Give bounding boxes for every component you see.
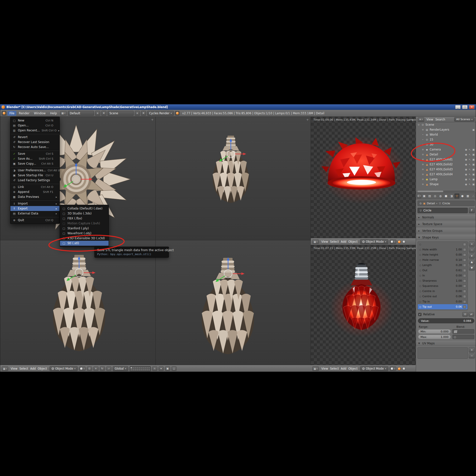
- shape-key-value[interactable]: 1.00: [452, 248, 462, 251]
- outliner-item-label[interactable]: World: [430, 133, 475, 136]
- renderable-toggle-icon[interactable]: [472, 183, 475, 186]
- outliner-row[interactable]: ⊕ ◉ Lamp: [416, 177, 476, 182]
- properties-tab-icon[interactable]: ▣: [422, 194, 427, 199]
- outliner-row[interactable]: • ◍ World: [416, 132, 476, 137]
- file-menu-item[interactable]: ⊕ Append Shift F1: [10, 189, 60, 194]
- outliner-display-filter[interactable]: All Scenes: [454, 117, 475, 121]
- move-up-button[interactable]: ▲: [469, 259, 475, 265]
- add-layout-button[interactable]: +: [95, 111, 100, 116]
- screen-layout-icon[interactable]: ▦: [60, 111, 67, 116]
- properties-tab-icon[interactable]: ◨: [449, 194, 454, 199]
- properties-tab-icon[interactable]: ▦: [465, 194, 470, 199]
- file-menu-item[interactable]: ▢ New Ctrl N: [10, 118, 60, 123]
- file-menu-item[interactable]: ↻ Recover Auto Save...: [10, 145, 60, 149]
- expander-icon[interactable]: ⊕: [421, 168, 424, 171]
- expander-icon[interactable]: ⊕: [421, 153, 424, 156]
- viewport-shading-icon[interactable]: [79, 366, 86, 371]
- expander-icon[interactable]: ⊕: [421, 128, 424, 131]
- expander-icon[interactable]: •: [421, 138, 424, 141]
- manipulator-scale-icon[interactable]: ▱: [106, 366, 111, 371]
- viewport-menu[interactable]: Object: [37, 366, 48, 371]
- mute-checkbox[interactable]: [463, 285, 466, 288]
- menubar-item[interactable]: Help: [48, 111, 59, 116]
- shape-key-value[interactable]: 0.00: [452, 253, 462, 256]
- selectable-toggle-icon[interactable]: [468, 178, 471, 181]
- minimize-button[interactable]: _: [455, 105, 461, 109]
- mute-checkbox[interactable]: [463, 305, 466, 308]
- viewport-menu[interactable]: View: [10, 366, 18, 371]
- shape-key-row[interactable]: Hole narrow 0.10: [418, 257, 468, 263]
- viewport-menu[interactable]: Object: [347, 239, 358, 244]
- selectable-toggle-icon[interactable]: [468, 158, 471, 161]
- transform-gizmo[interactable]: [213, 137, 248, 171]
- editor-type-icon[interactable]: ▦: [312, 366, 319, 371]
- outliner-item-label[interactable]: Shape: [430, 182, 464, 186]
- renderable-toggle-icon[interactable]: [472, 128, 475, 131]
- mute-checkbox[interactable]: [463, 253, 466, 256]
- file-menu-item[interactable]: [10, 149, 60, 151]
- file-menu-item[interactable]: [10, 216, 60, 218]
- renderable-toggle-icon[interactable]: [472, 163, 475, 166]
- hide-toggle-icon[interactable]: [465, 148, 468, 151]
- expand-region-icon[interactable]: +: [411, 118, 414, 121]
- export-menu-item[interactable]: ▢ Stanford (.ply): [60, 226, 109, 231]
- transform-gizmo[interactable]: [60, 254, 98, 291]
- viewport-menu[interactable]: Add: [29, 366, 37, 371]
- outliner-item-label[interactable]: 30: [430, 143, 475, 146]
- shape-key-row[interactable]: In 0.00: [418, 273, 468, 278]
- menubar-item[interactable]: Render: [17, 111, 31, 116]
- outliner-item-label[interactable]: Camera: [430, 148, 464, 151]
- mode-select[interactable]: Object Mode: [360, 366, 388, 371]
- expand-region-icon[interactable]: +: [306, 118, 309, 121]
- expander-icon[interactable]: ⊕: [421, 148, 424, 151]
- renderable-toggle-icon[interactable]: [472, 158, 475, 161]
- mode-select[interactable]: Object Mode: [360, 239, 388, 244]
- outliner-row[interactable]: ⊕ ▲ Shape: [416, 182, 476, 187]
- shape-key-value[interactable]: 1.00: [452, 279, 462, 282]
- mute-checkbox[interactable]: [463, 269, 466, 272]
- remove-uv-map-button[interactable]: −: [469, 353, 475, 358]
- manipulator-translate-icon[interactable]: +: [93, 366, 98, 371]
- mute-checkbox[interactable]: [463, 290, 466, 293]
- file-menu-item[interactable]: ▣ Save Copy... Ctrl Alt S: [10, 161, 60, 166]
- expander-icon[interactable]: •: [421, 133, 424, 136]
- shape-key-value[interactable]: 0.10: [452, 258, 462, 262]
- viewport-menu[interactable]: Select: [18, 366, 29, 371]
- expander-icon[interactable]: ⊖: [417, 123, 420, 126]
- panel-vertex-groups[interactable]: ► Vertex Groups: [416, 228, 476, 233]
- fake-user-button[interactable]: F: [469, 208, 475, 213]
- shape-key-value-slider[interactable]: Value: 0.066: [418, 318, 474, 323]
- relative-checkbox[interactable]: [418, 313, 421, 316]
- outliner-row[interactable]: • ⊙ 15: [416, 137, 476, 142]
- file-menu-item[interactable]: ▣ Save Startup File Ctrl U: [10, 173, 60, 178]
- hide-toggle-icon[interactable]: [465, 178, 468, 181]
- hide-toggle-icon[interactable]: [465, 173, 468, 176]
- menubar-item[interactable]: Window: [32, 111, 48, 116]
- hide-toggle-icon[interactable]: [465, 158, 468, 161]
- file-menu-item[interactable]: ▤ Open... Ctrl O: [10, 123, 60, 128]
- file-menu-item[interactable]: ✓ Save Ctrl S: [10, 151, 60, 156]
- file-menu-item[interactable]: ↺ Recover Last Session: [10, 140, 60, 145]
- export-menu-item[interactable]: ▢ 3D Studio (.3ds): [60, 211, 109, 216]
- datablock-name-field[interactable]: ▽ Circle: [417, 208, 468, 213]
- file-menu-item[interactable]: [10, 199, 60, 201]
- scene-select[interactable]: Scene: [108, 111, 134, 116]
- mute-checkbox[interactable]: [463, 259, 466, 262]
- outliner-row[interactable]: ⊕ ▲ E27 400L\Solid1: [416, 157, 476, 162]
- outliner-row[interactable]: ⊕ ▤ RenderLayers: [416, 127, 476, 132]
- expander-icon[interactable]: ⊕: [421, 178, 424, 180]
- viewport-render-bottom[interactable]: Time:01:07.15 | Mem:135.33M, Peak:231.25…: [311, 245, 416, 365]
- manipulator-rotate-icon[interactable]: ↻: [100, 366, 105, 371]
- outliner-item-label[interactable]: E27 400L\Solid3: [430, 168, 464, 171]
- selectable-toggle-icon[interactable]: [468, 183, 471, 186]
- editor-type-icon[interactable]: ≡: [418, 117, 424, 122]
- viewport-menu[interactable]: Select: [329, 366, 340, 371]
- file-menu-item[interactable]: [10, 166, 60, 168]
- add-scene-button[interactable]: +: [135, 111, 140, 116]
- editor-type-icon[interactable]: ☰: [417, 194, 421, 198]
- file-menu-item[interactable]: ↺ Load Factory Settings: [10, 178, 60, 183]
- range-min-field[interactable]: Min: 0.000: [418, 329, 451, 334]
- shape-key-value[interactable]: 0.06: [452, 305, 462, 308]
- properties-tab-icon[interactable]: ∴: [471, 194, 476, 199]
- material-shading-icon[interactable]: [402, 240, 406, 243]
